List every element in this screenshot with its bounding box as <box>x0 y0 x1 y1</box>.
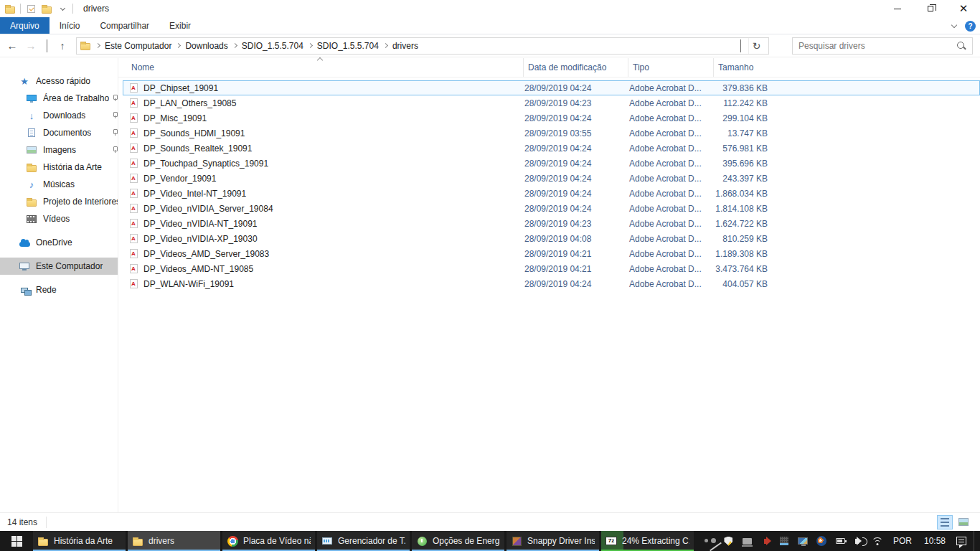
chevron-right-icon[interactable] <box>176 43 181 48</box>
file-row[interactable]: DP_Video_nVIDIA-NT_1909128/09/2019 04:23… <box>123 216 980 231</box>
file-name: DP_Sounds_Realtek_19091 <box>143 143 252 154</box>
address-dropdown-icon[interactable] <box>740 39 741 52</box>
sidebar-item-downloads[interactable]: ↓Downloads <box>0 107 118 124</box>
taskbar-button-op-es-de-energia[interactable]: Opções de Energia <box>412 531 504 551</box>
file-row[interactable]: DP_Videos_AMD_Server_1908328/09/2019 04:… <box>123 246 980 261</box>
chevron-right-icon[interactable] <box>383 43 388 48</box>
sidebar-item-onedrive[interactable]: OneDrive <box>0 234 118 251</box>
sidebar-item-rede[interactable]: Rede <box>0 281 118 298</box>
breadcrumb-item[interactable]: Downloads <box>185 41 227 51</box>
file-row[interactable]: DP_Misc_1909128/09/2019 04:24Adobe Acrob… <box>123 110 980 126</box>
taskbar-button-24-extracting-c-[interactable]: 7z24% Extracting C:... <box>601 531 694 551</box>
column-header-name[interactable]: Nome <box>127 58 524 77</box>
back-button[interactable]: ← <box>4 39 20 52</box>
sidebar-item-projeto-de-interiores[interactable]: Projeto de Interiores <box>0 193 118 210</box>
ribbon-tab-compartilhar[interactable]: Compartilhar <box>90 17 159 34</box>
explorer-window: drivers ✕ ArquivoInícioCompartilharExibi… <box>0 0 980 531</box>
file-row[interactable]: DP_Sounds_Realtek_1909128/09/2019 04:24A… <box>123 141 980 156</box>
file-row[interactable]: DP_Video_nVIDIA_Server_1908428/09/2019 0… <box>123 201 980 216</box>
ribbon-collapse-icon[interactable] <box>951 22 957 27</box>
sidebar-item--rea-de-trabalho[interactable]: Área de Trabalho <box>0 90 118 107</box>
ribbon-tab-arquivo[interactable]: Arquivo <box>0 17 50 34</box>
file-row[interactable]: DP_Video_nVIDIA-XP_1903028/09/2019 04:08… <box>123 231 980 246</box>
properties-check-icon[interactable] <box>25 3 37 14</box>
breadcrumb-item[interactable]: SDIO_1.5.5.704 <box>317 41 379 51</box>
column-header-type[interactable]: Tipo <box>628 58 714 77</box>
taskbar-button-gerenciador-de-t-[interactable]: Gerenciador de T... <box>317 531 410 551</box>
forward-button[interactable]: → <box>23 39 39 52</box>
chevron-right-icon[interactable] <box>232 43 237 48</box>
file-row[interactable]: DP_Chipset_1909128/09/2019 04:24Adobe Ac… <box>123 80 980 95</box>
file-date: 28/09/2019 04:23 <box>524 98 629 108</box>
net-icon <box>19 284 30 296</box>
file-type: Adobe Acrobat D... <box>629 98 715 108</box>
file-list-pane: Nome Data de modificação Tipo Tamanho DP… <box>118 58 980 512</box>
action-center-icon[interactable] <box>955 535 967 547</box>
taskbar-button-label: 24% Extracting C:... <box>622 536 689 546</box>
qat-dropdown-icon[interactable] <box>57 3 68 14</box>
taskbar-button-label: Snappy Driver Ins... <box>527 536 595 546</box>
file-row[interactable]: DP_Video_Intel-NT_1909128/09/2019 04:24A… <box>123 186 980 201</box>
sidebar-item-documentos[interactable]: Documentos <box>0 124 118 141</box>
taskbar-button-hist-ria-da-arte[interactable]: História da Arte <box>33 531 126 551</box>
start-button[interactable] <box>0 531 33 551</box>
help-icon[interactable]: ? <box>965 21 976 32</box>
ribbon-tab-início[interactable]: Início <box>50 17 90 34</box>
sidebar-item-acesso-r-pido[interactable]: ★Acesso rápido <box>0 72 118 90</box>
file-name: DP_Video_nVIDIA_Server_19084 <box>143 204 273 214</box>
ribbon-tab-exibir[interactable]: Exibir <box>159 17 201 34</box>
thumbnails-view-toggle[interactable] <box>956 515 971 529</box>
audio-manager-icon[interactable] <box>760 535 772 547</box>
sidebar-item-hist-ria-da-arte[interactable]: História da Arte <box>0 159 118 176</box>
up-button[interactable]: ↑ <box>55 40 70 52</box>
minimize-button[interactable] <box>881 0 914 17</box>
file-row[interactable]: DP_Videos_AMD-NT_1908528/09/2019 04:21Ad… <box>123 261 980 276</box>
onedrive-offline-icon[interactable] <box>704 535 716 547</box>
sidebar-item-m-sicas[interactable]: ♪Músicas <box>0 176 118 193</box>
chevron-right-icon[interactable] <box>308 43 313 48</box>
taskbar-button-label: Placa de Vídeo nã... <box>243 536 311 546</box>
recent-locations-icon[interactable] <box>42 39 52 52</box>
title-bar: drivers ✕ <box>0 0 980 17</box>
breadcrumb-item[interactable]: drivers <box>392 41 418 51</box>
volume-icon[interactable] <box>853 535 865 547</box>
sidebar-item-este-computador[interactable]: Este Computador <box>0 258 118 275</box>
divider <box>72 4 73 14</box>
graphics-display-icon[interactable] <box>797 535 809 547</box>
restore-button[interactable] <box>914 0 947 17</box>
column-header-date[interactable]: Data de modificação <box>524 58 628 77</box>
new-folder-icon[interactable] <box>41 3 52 14</box>
column-header-size[interactable]: Tamanho <box>714 58 778 77</box>
breadcrumb-item[interactable]: SDIO_1.5.5.704 <box>242 41 303 51</box>
grid-app-icon[interactable] <box>778 535 791 547</box>
security-shield-warning-icon[interactable] <box>722 535 735 547</box>
file-date: 28/09/2019 04:24 <box>524 204 629 214</box>
sidebar-item-imagens[interactable]: Imagens <box>0 141 118 159</box>
wifi-icon[interactable] <box>872 535 884 547</box>
sidebar-item-v-deos[interactable]: Vídeos <box>0 210 118 227</box>
refresh-icon[interactable]: ↻ <box>748 38 764 54</box>
file-row[interactable]: DP_LAN_Others_1908528/09/2019 04:23Adobe… <box>123 95 980 110</box>
close-button[interactable]: ✕ <box>947 0 980 17</box>
file-row[interactable]: DP_Touchpad_Synaptics_1909128/09/2019 04… <box>123 156 980 171</box>
search-icon[interactable] <box>956 41 966 51</box>
language-indicator[interactable]: POR <box>890 536 915 546</box>
search-input[interactable] <box>793 41 956 51</box>
7z-icon: 7z <box>606 535 617 547</box>
clock[interactable]: 10:58 <box>921 536 948 546</box>
breadcrumb-item[interactable]: Este Computador <box>105 41 171 51</box>
taskbar-button-snappy-driver-ins-[interactable]: Snappy Driver Ins... <box>507 531 599 551</box>
battery-power-icon[interactable] <box>834 535 847 547</box>
taskbar-button-drivers[interactable]: drivers <box>128 531 220 551</box>
file-row[interactable]: DP_WLAN-WiFi_1909128/09/2019 04:24Adobe … <box>123 276 980 291</box>
taskbar-button-label: Opções de Energia <box>433 536 500 546</box>
app-circle-icon[interactable] <box>816 535 828 547</box>
details-view-toggle[interactable] <box>937 515 953 529</box>
show-desktop-button[interactable] <box>974 531 977 551</box>
touchpad-device-icon[interactable] <box>741 535 753 547</box>
address-bar[interactable]: Este ComputadorDownloadsSDIO_1.5.5.704SD… <box>76 37 769 55</box>
taskbar-button-placa-de-v-deo-n-[interactable]: Placa de Vídeo nã... <box>222 531 315 551</box>
sidebar-item-label: Rede <box>36 285 57 295</box>
file-row[interactable]: DP_Sounds_HDMI_1909128/09/2019 03:55Adob… <box>123 126 980 141</box>
file-row[interactable]: DP_Vendor_1909128/09/2019 04:24Adobe Acr… <box>123 171 980 186</box>
